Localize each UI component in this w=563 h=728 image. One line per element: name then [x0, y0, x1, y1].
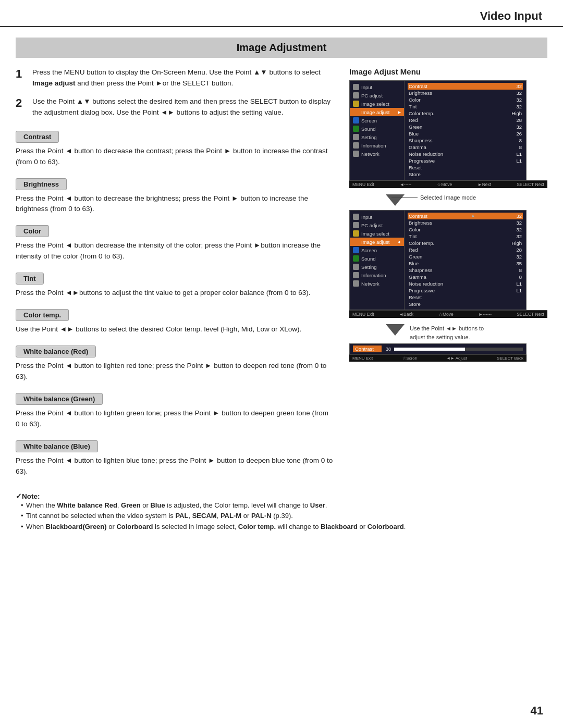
osd-item-info-1: Information	[350, 141, 404, 150]
osd-display-1: Input PC adjust Image select Image adjus…	[349, 80, 527, 180]
osd-progress-fill	[394, 348, 465, 351]
osd-right-store-1: Store	[408, 171, 523, 178]
osd-right-brightness-1: Brightness32	[408, 90, 523, 96]
osd-mini-container: Contrast 38 MENU Exit ☆Scroll ◄► Adjust …	[349, 343, 547, 362]
osd-right-contrast-2: Contrast▲32	[408, 213, 523, 219]
item-contrast: Contrast Press the Point ◄ button to dec…	[16, 126, 334, 168]
info-icon-1	[353, 142, 359, 149]
osd-right-sharpness-1: Sharpness8	[408, 137, 523, 144]
osd-right-blue-1: Blue26	[408, 130, 523, 137]
osd-item-setting-1: Setting	[350, 133, 404, 141]
osd-right-colortemp-1: Color temp.High	[408, 110, 523, 117]
osd-right-green-2: Green32	[408, 253, 523, 260]
pcadjust-icon-1	[353, 92, 359, 98]
desc-brightness: Press the Point ◄ button to decrease the…	[16, 193, 334, 215]
step-text-1: Press the MENU button to display the On-…	[32, 67, 334, 89]
network-icon-1	[353, 151, 359, 157]
imgselect-icon-1	[353, 101, 359, 107]
osd-right-green-1: Green32	[408, 124, 523, 130]
note-item-1: When the White balance Red, Green or Blu…	[21, 500, 547, 511]
down-arrow-shape-1	[386, 194, 405, 206]
osd-item-input-1: Input	[350, 83, 404, 91]
osd-item-sound-1: Sound	[350, 125, 404, 133]
step-2: 2 Use the Point ▲▼ buttons select the de…	[16, 96, 334, 118]
tag-wb-blue: White balance (Blue)	[16, 440, 98, 452]
osd-right-store-2: Store	[408, 301, 523, 307]
osd-mini-screen: Contrast 38	[349, 343, 527, 354]
step-text-2: Use the Point ▲▼ buttons select the desi…	[32, 96, 334, 118]
arrow-selected-section: Selected Image mode	[349, 192, 547, 208]
section-title: Image Adjustment	[16, 42, 547, 54]
item-wb-red: White balance (Red) Press the Point ◄ bu…	[16, 340, 334, 382]
use-point-note: Use the Point ◄► buttons to adjust the s…	[410, 324, 493, 341]
desc-wb-red: Press the Point ◄ button to lighten red …	[16, 361, 334, 382]
page-title: Video Input	[21, 9, 542, 23]
left-column: 1 Press the MENU button to display the O…	[16, 67, 334, 483]
main-content: 1 Press the MENU button to display the O…	[0, 67, 563, 483]
osd-display-2: Input PC adjust Image select Image adjus…	[349, 210, 527, 310]
tag-tint: Tint	[16, 273, 44, 285]
screen-icon-1	[353, 117, 359, 124]
osd-right-contrast-1: Contrast32	[408, 83, 523, 90]
page-header: Video Input	[0, 0, 563, 27]
osd-screen-2: Input PC adjust Image select Image adjus…	[349, 210, 547, 318]
osd-right-brightness-2: Brightness32	[408, 219, 523, 226]
osd-right-noise-2: Noise reductionL1	[408, 280, 523, 287]
osd-bar-1: MENU Exit ◄----- ☆Move ►Next SELECT Next	[349, 180, 547, 188]
item-tint: Tint Press the Point ◄►buttons to adjust…	[16, 267, 334, 299]
osd-bar-2: MENU Exit ◄Back ☆Move ►------ SELECT Nex…	[349, 310, 547, 318]
item-brightness: Brightness Press the Point ◄ button to d…	[16, 173, 334, 215]
step-1: 1 Press the MENU button to display the O…	[16, 67, 334, 89]
osd-right-sharpness-2: Sharpness8	[408, 267, 523, 274]
right-panel-title: Image Adjust Menu	[349, 67, 547, 76]
osd-item-setting-2: Setting	[350, 263, 404, 271]
osd-right-reset-1: Reset	[408, 164, 523, 171]
osd-right-gamma-1: Gamma8	[408, 144, 523, 151]
note-list: When the White balance Red, Green or Blu…	[16, 500, 547, 533]
osd-right-progressive-2: ProgressiveL1	[408, 287, 523, 294]
page-number: 41	[531, 704, 543, 718]
arrow-down-1	[386, 194, 405, 206]
imgadjust-icon-1	[353, 109, 359, 115]
osd-menu-right-2: Contrast▲32 Brightness32 Color32 Tint32 …	[405, 211, 526, 310]
right-column: Image Adjust Menu Input PC adjust Image …	[349, 67, 547, 483]
tag-color-temp: Color temp.	[16, 309, 69, 321]
item-color: Color Press the Point ◄ button decrease …	[16, 220, 334, 262]
osd-right-color-2: Color32	[408, 226, 523, 233]
desc-wb-green: Press the Point ◄ button to lighten gree…	[16, 408, 334, 430]
note-section: ✓Note: When the White balance Red, Green…	[16, 492, 547, 533]
osd-item-pcadjust-1: PC adjust	[350, 91, 404, 100]
item-wb-blue: White balance (Blue) Press the Point ◄ b…	[16, 435, 334, 477]
setting-icon-2	[353, 264, 359, 270]
osd-menu-left-2: Input PC adjust Image select Image adjus…	[350, 211, 405, 310]
note-item-2: Tint cannot be selected when the video s…	[21, 511, 547, 522]
osd-right-tint-2: Tint32	[408, 233, 523, 240]
osd-menu-left-1: Input PC adjust Image select Image adjus…	[350, 81, 405, 180]
osd-mini-bar: MENU Exit ☆Scroll ◄► Adjust SELECT Back	[349, 354, 527, 362]
note-item-3: When Blackboard(Green) or Colorboard is …	[21, 522, 547, 533]
input-icon-1	[353, 84, 359, 90]
osd-right-reset-2: Reset	[408, 294, 523, 301]
arrow-note-section: Use the Point ◄► buttons to adjust the s…	[349, 322, 547, 341]
sound-icon-1	[353, 126, 359, 132]
pcadjust-icon-2	[353, 222, 359, 228]
note-title: ✓Note:	[16, 492, 40, 500]
sound-icon-2	[353, 255, 359, 262]
desc-tint: Press the Point ◄►buttons to adjust the …	[16, 288, 334, 299]
osd-item-sound-2: Sound	[350, 254, 404, 263]
osd-item-network-2: Network	[350, 279, 404, 288]
step-number-2: 2	[16, 96, 27, 118]
desc-wb-blue: Press the Point ◄ button to lighten blue…	[16, 455, 334, 477]
imgselect-icon-2	[353, 230, 359, 237]
osd-right-progressive-1: ProgressiveL1	[408, 157, 523, 164]
input-icon-2	[353, 214, 359, 220]
desc-color-temp: Use the Point ◄► buttons to select the d…	[16, 324, 334, 335]
selected-mode-label: Selected Image mode	[420, 194, 476, 201]
tag-wb-red: White balance (Red)	[16, 346, 96, 357]
desc-contrast: Press the Point ◄ button to decrease the…	[16, 146, 334, 168]
setting-icon-1	[353, 134, 359, 140]
osd-item-imgadjust-2: Image adjust ◄	[350, 238, 404, 246]
osd-right-noise-1: Noise reductionL1	[408, 151, 523, 157]
section-title-bar: Image Adjustment	[16, 38, 547, 58]
osd-item-screen-2: Screen	[350, 246, 404, 254]
